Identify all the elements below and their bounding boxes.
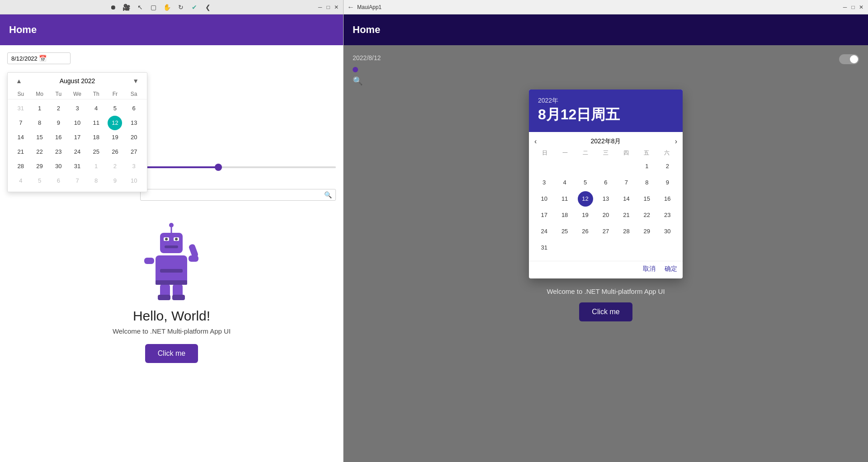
cal-popup-day[interactable]: 16: [660, 191, 675, 207]
cal-day[interactable]: 1: [87, 159, 106, 174]
cal-day[interactable]: 24: [68, 145, 87, 159]
cal-day[interactable]: 31: [11, 101, 30, 116]
cal-day[interactable]: 5: [106, 101, 125, 116]
cal-popup-day[interactable]: 6: [598, 175, 613, 190]
maximize-button[interactable]: □: [325, 4, 331, 10]
cal-day[interactable]: 31: [68, 159, 87, 174]
slider-thumb[interactable]: [215, 164, 222, 171]
cal-popup-day[interactable]: 25: [557, 224, 572, 239]
cal-day[interactable]: 19: [106, 130, 125, 145]
cal-popup-day[interactable]: 31: [537, 240, 552, 255]
toggle-switch[interactable]: [839, 54, 859, 64]
cal-popup-day[interactable]: 2: [660, 159, 675, 174]
cal-day[interactable]: 10: [68, 116, 87, 130]
cal-day[interactable]: 17: [68, 130, 87, 145]
cal-day[interactable]: 28: [11, 159, 30, 174]
cal-popup-prev-button[interactable]: ‹: [534, 137, 537, 146]
cal-day[interactable]: 2: [106, 159, 125, 174]
minimize-button[interactable]: ─: [317, 4, 323, 10]
cal-popup-day[interactable]: 28: [618, 224, 634, 239]
cal-popup-day[interactable]: 18: [557, 207, 572, 223]
cal-day[interactable]: 14: [11, 130, 30, 145]
cal-day[interactable]: 22: [30, 145, 49, 159]
cal-popup-day[interactable]: 27: [598, 224, 613, 239]
refresh-button[interactable]: ↻: [175, 2, 186, 13]
frame-button[interactable]: ▢: [148, 2, 159, 13]
cal-day[interactable]: 27: [124, 145, 143, 159]
cal-popup-day[interactable]: 20: [598, 207, 613, 223]
cal-popup-day[interactable]: 9: [660, 175, 675, 190]
cal-day[interactable]: 25: [87, 145, 106, 159]
cal-popup-day[interactable]: 24: [537, 224, 552, 239]
cal-day[interactable]: 8: [87, 174, 106, 188]
cal-day[interactable]: 1: [30, 101, 49, 116]
search-bar[interactable]: 🔍: [140, 189, 336, 201]
cal-day[interactable]: 6: [124, 101, 143, 116]
cal-popup-day[interactable]: 8: [639, 175, 655, 190]
cal-popup-day[interactable]: 5: [578, 175, 593, 190]
right-maximize-button[interactable]: □: [850, 4, 856, 10]
cal-popup-day[interactable]: 4: [557, 175, 572, 190]
gesture-button[interactable]: ✋: [162, 2, 173, 13]
cal-popup-day[interactable]: 30: [660, 224, 675, 239]
cal-day[interactable]: 16: [49, 130, 68, 145]
cal-day[interactable]: 4: [87, 101, 106, 116]
cal-day[interactable]: 3: [124, 159, 143, 174]
search-input[interactable]: [144, 192, 324, 198]
cal-popup-day[interactable]: 11: [557, 191, 572, 207]
cal-day[interactable]: 2: [49, 101, 68, 116]
cal-day[interactable]: 13: [124, 116, 143, 130]
cal-day[interactable]: 6: [49, 174, 68, 188]
cal-popup-day[interactable]: 3: [537, 175, 552, 190]
cal-popup-day[interactable]: 17: [537, 207, 552, 223]
cal-day[interactable]: 21: [11, 145, 30, 159]
cal-popup-day[interactable]: 26: [578, 224, 593, 239]
cal-popup-day[interactable]: 29: [639, 224, 655, 239]
record-button[interactable]: ⏺: [108, 2, 118, 13]
video-button[interactable]: 🎥: [121, 2, 132, 13]
click-me-button-left[interactable]: Click me: [145, 344, 198, 363]
cal-popup-day[interactable]: 23: [660, 207, 675, 223]
cal-popup-day[interactable]: 13: [598, 191, 613, 207]
cal-day[interactable]: 5: [30, 174, 49, 188]
cal-day[interactable]: 29: [30, 159, 49, 174]
cal-popup-day[interactable]: 14: [618, 191, 634, 207]
cal-popup-day[interactable]: 19: [578, 207, 593, 223]
cal-day[interactable]: 26: [106, 145, 125, 159]
cal-day[interactable]: 7: [68, 174, 87, 188]
cal-popup-day[interactable]: 22: [639, 207, 655, 223]
cal-popup-next-button[interactable]: ›: [675, 137, 677, 146]
right-minimize-button[interactable]: ─: [842, 4, 848, 10]
cal-prev-button[interactable]: ▲: [13, 76, 25, 85]
close-button[interactable]: ✕: [333, 4, 340, 10]
back-button[interactable]: ←: [347, 3, 354, 11]
cal-day[interactable]: 8: [30, 116, 49, 130]
cal-popup-day[interactable]: 15: [639, 191, 655, 207]
cal-day[interactable]: 23: [49, 145, 68, 159]
cal-next-button[interactable]: ▼: [130, 76, 142, 85]
cal-day[interactable]: 15: [30, 130, 49, 145]
cal-popup-day[interactable]: 1: [639, 159, 655, 174]
right-close-button[interactable]: ✕: [858, 4, 864, 10]
cal-popup-day[interactable]: 7: [618, 175, 634, 190]
cal-popup-day-selected[interactable]: 12: [578, 191, 593, 207]
cancel-button[interactable]: 取消: [643, 265, 656, 273]
cal-day[interactable]: 3: [68, 101, 87, 116]
cal-day[interactable]: 20: [124, 130, 143, 145]
cal-day[interactable]: 18: [87, 130, 106, 145]
cal-day[interactable]: 9: [106, 174, 125, 188]
cal-day[interactable]: 10: [124, 174, 143, 188]
confirm-button[interactable]: 确定: [665, 265, 677, 273]
cal-day[interactable]: 4: [11, 174, 30, 188]
check-button[interactable]: ✔: [189, 2, 200, 13]
cal-day[interactable]: 11: [87, 116, 106, 130]
cal-day[interactable]: 7: [11, 116, 30, 130]
cal-popup-day[interactable]: 10: [537, 191, 552, 207]
pointer-button[interactable]: ↖: [135, 2, 146, 13]
click-me-button-right[interactable]: Click me: [579, 302, 632, 321]
datepicker-input[interactable]: 8/12/2022 📅: [7, 52, 71, 64]
cal-day[interactable]: 9: [49, 116, 68, 130]
cal-popup-day[interactable]: 21: [618, 207, 634, 223]
arrow-button[interactable]: ❮: [203, 2, 213, 13]
cal-day[interactable]: 30: [49, 159, 68, 174]
